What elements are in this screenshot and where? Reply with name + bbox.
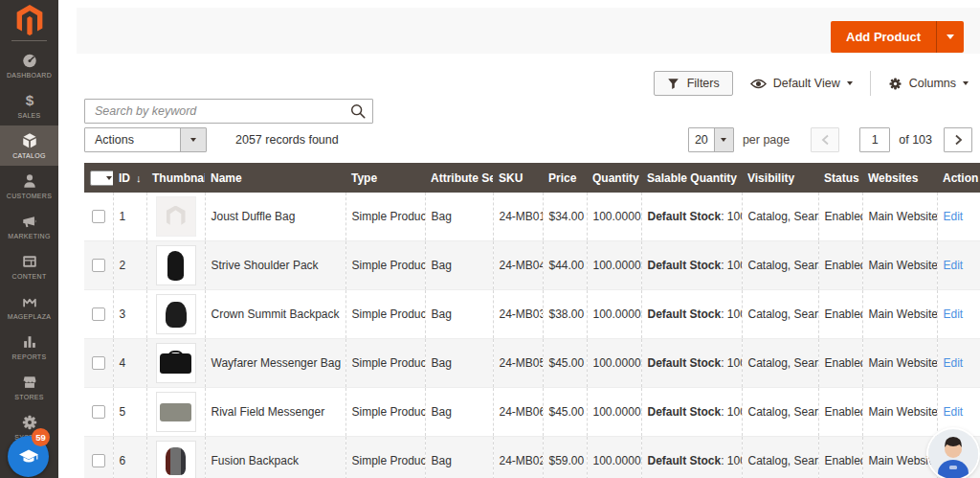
cell-sku: 24-MB03: [493, 290, 543, 339]
edit-link[interactable]: Edit: [944, 210, 964, 223]
cell-id: 4: [113, 339, 146, 388]
select-all-dropdown[interactable]: [90, 171, 113, 186]
add-product-split-arrow[interactable]: [936, 21, 964, 53]
cell-salable-quantity: Default Stock: 100: [641, 193, 742, 241]
cell-websites: Main Website: [862, 437, 937, 478]
column-header-salable-quantity[interactable]: Salable Quantity: [641, 163, 742, 193]
current-page-input[interactable]: [859, 127, 890, 152]
row-checkbox[interactable]: [92, 210, 105, 223]
edit-link[interactable]: Edit: [944, 307, 964, 321]
sidebar-item-stores[interactable]: STORES: [0, 367, 58, 407]
product-thumbnail: [156, 294, 196, 334]
chevron-down-icon: [947, 34, 954, 39]
cell-quantity: 100.0000: [587, 193, 641, 241]
sidebar-item-label: REPORTS: [12, 353, 47, 360]
page-header-band: Add Product: [77, 8, 980, 54]
cell-visibility: Catalog, Search: [742, 241, 818, 290]
column-header-quantity[interactable]: Quantity: [587, 163, 641, 193]
row-checkbox[interactable]: [92, 454, 105, 467]
row-checkbox[interactable]: [92, 259, 105, 272]
product-thumbnail: [156, 441, 196, 478]
column-header-action[interactable]: Action: [937, 163, 980, 193]
dropdown-arrow[interactable]: [714, 128, 733, 151]
stores-icon: [21, 374, 38, 391]
salable-stock-label: Default Stock: [648, 454, 722, 467]
sidebar-item-customers[interactable]: CUSTOMERS: [0, 166, 58, 206]
per-page-label: per page: [743, 133, 790, 147]
cell-sku: 24-MB06: [493, 388, 543, 437]
add-product-button[interactable]: Add Product: [831, 21, 964, 53]
cell-websites: Main Website: [862, 241, 937, 290]
cell-websites: Main Website: [862, 388, 937, 437]
edit-link[interactable]: Edit: [944, 259, 964, 272]
edit-link[interactable]: Edit: [944, 356, 964, 370]
filters-label: Filters: [687, 77, 720, 90]
column-header-visibility[interactable]: Visibility: [742, 163, 818, 193]
sidebar-item-mageplaza[interactable]: MAGEPLAZA: [0, 286, 58, 327]
cell-attribute-set: Bag: [425, 193, 493, 241]
products-grid: ID↓ Thumbnail Name Type Attribute Set SK…: [84, 163, 980, 478]
search-icon[interactable]: [349, 102, 367, 120]
cell-id: 2: [113, 241, 146, 290]
previous-page-button[interactable]: [811, 127, 839, 152]
cell-name: Strive Shoulder Pack: [205, 241, 345, 290]
chevron-down-icon: [190, 138, 196, 142]
column-header-sku[interactable]: SKU: [493, 163, 543, 193]
sidebar-item-dashboard[interactable]: DASHBOARD: [0, 45, 58, 85]
column-header-id[interactable]: ID↓: [113, 163, 146, 193]
sidebar-item-marketing[interactable]: MARKETING: [0, 206, 58, 246]
cell-thumbnail: [146, 339, 205, 388]
cell-name: Crown Summit Backpack: [205, 290, 345, 339]
cell-thumbnail: [146, 437, 205, 478]
row-checkbox[interactable]: [92, 405, 105, 419]
page-size-dropdown[interactable]: 20: [688, 127, 734, 152]
column-header-thumbnail[interactable]: Thumbnail: [146, 163, 205, 193]
cell-salable-quantity: Default Stock: 100: [641, 437, 742, 478]
sidebar-item-catalog[interactable]: CATALOG: [0, 125, 58, 166]
cell-checkbox: [84, 290, 113, 339]
row-checkbox[interactable]: [92, 356, 105, 370]
product-thumbnail: [156, 196, 196, 237]
select-all-header[interactable]: [84, 163, 113, 193]
column-header-price[interactable]: Price: [543, 163, 587, 193]
keyword-search: [84, 99, 373, 124]
page-size-value: 20: [689, 128, 714, 151]
cell-visibility: Catalog, Search: [742, 193, 818, 241]
row-checkbox[interactable]: [92, 307, 105, 321]
cell-status: Enabled: [818, 339, 862, 388]
cell-checkbox: [84, 193, 113, 241]
column-header-name[interactable]: Name: [205, 163, 345, 193]
cell-price: $45.00: [543, 339, 587, 388]
dropdown-arrow[interactable]: [180, 128, 206, 151]
salable-stock-value: : 100: [721, 454, 742, 467]
column-header-attribute-set[interactable]: Attribute Set: [425, 163, 493, 193]
cell-visibility: Catalog, Search: [742, 437, 818, 478]
cell-thumbnail: [146, 193, 205, 241]
column-header-type[interactable]: Type: [345, 163, 425, 193]
search-input[interactable]: [84, 99, 373, 124]
edit-link[interactable]: Edit: [944, 405, 964, 419]
cell-quantity: 100.0000: [587, 339, 641, 388]
sales-icon: $: [21, 92, 38, 109]
cell-sku: 24-MB01: [493, 193, 543, 241]
view-selector[interactable]: Default View: [750, 77, 853, 90]
toolbar-divider: [870, 71, 871, 96]
salable-stock-value: : 100: [721, 356, 742, 370]
magento-logo-icon: [15, 4, 44, 36]
filters-button[interactable]: Filters: [654, 71, 733, 96]
graduation-cap-icon: [17, 445, 40, 468]
sidebar-item-sales[interactable]: $ SALES: [0, 85, 58, 125]
columns-selector[interactable]: Columns: [888, 77, 969, 91]
support-video-bubble[interactable]: [928, 429, 978, 478]
column-header-websites[interactable]: Websites: [862, 163, 937, 193]
next-page-button[interactable]: [944, 127, 972, 152]
cell-action: Edit: [937, 241, 980, 290]
sidebar-item-reports[interactable]: REPORTS: [0, 327, 58, 367]
column-header-status[interactable]: Status: [818, 163, 862, 193]
cell-type: Simple Product: [345, 388, 425, 437]
actions-dropdown[interactable]: Actions: [84, 127, 207, 152]
sidebar-item-content[interactable]: CONTENT: [0, 246, 58, 286]
cell-action: Edit: [937, 193, 980, 241]
magento-logo[interactable]: [0, 0, 58, 40]
sidebar-item-label: CUSTOMERS: [7, 193, 52, 199]
